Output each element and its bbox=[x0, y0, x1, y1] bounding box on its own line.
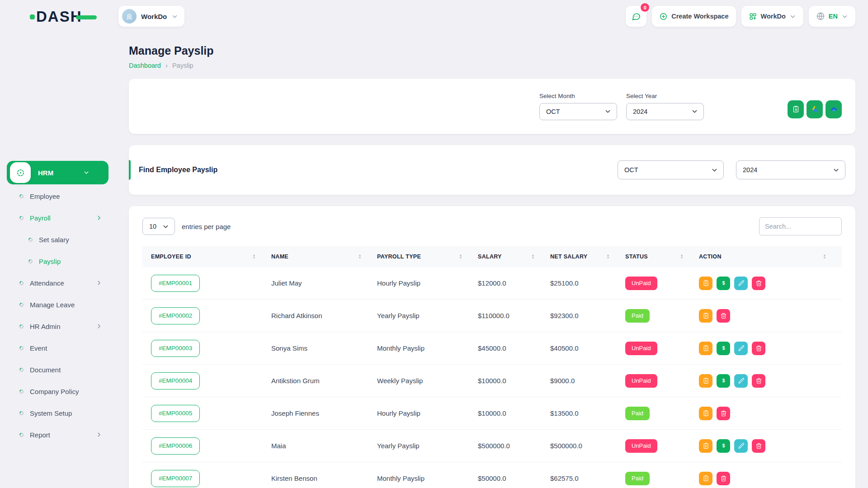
status-badge: Paid bbox=[625, 309, 650, 323]
sidebar-item-payroll[interactable]: Payroll bbox=[7, 207, 108, 229]
status-badge: UnPaid bbox=[625, 374, 657, 388]
employee-name-cell: Joseph Fiennes bbox=[271, 409, 377, 417]
clipboard-dollar-icon: $ bbox=[703, 345, 709, 352]
column-header-name[interactable]: NAME▲▼ bbox=[271, 253, 377, 260]
payslip-button[interactable]: $ bbox=[699, 439, 712, 453]
bullet-icon bbox=[19, 280, 24, 286]
payslip-button[interactable]: $ bbox=[699, 407, 712, 420]
topbar-right: 0 Create Workspace WorkDo EN bbox=[626, 6, 855, 27]
chevron-down-icon bbox=[841, 13, 848, 20]
pay-button[interactable]: $ bbox=[717, 439, 730, 453]
edit-button[interactable] bbox=[734, 277, 748, 290]
sidebar-item-employee[interactable]: Employee bbox=[7, 185, 108, 207]
row-actions: $$ bbox=[699, 277, 842, 290]
delete-button[interactable] bbox=[717, 407, 730, 420]
employee-id-badge[interactable]: #EMP00006 bbox=[151, 437, 200, 455]
clipboard-dollar-icon: $ bbox=[703, 280, 709, 286]
payslip-button[interactable]: $ bbox=[699, 472, 712, 485]
payslip-button[interactable]: $ bbox=[699, 309, 712, 323]
sidebar-item-company-policy[interactable]: Company Policy bbox=[7, 380, 108, 402]
month-select[interactable]: OCT bbox=[539, 103, 617, 120]
svg-text:$: $ bbox=[705, 282, 707, 285]
column-header-employee-id[interactable]: EMPLOYEE ID▲▼ bbox=[151, 253, 271, 260]
employee-name-cell: Maia bbox=[271, 442, 377, 450]
sidebar-item-document[interactable]: Document bbox=[7, 359, 108, 380]
workspace-switcher[interactable]: WorkDo bbox=[118, 6, 184, 27]
payroll-type-cell: Yearly Payslip bbox=[377, 312, 478, 319]
employee-name-cell: Sonya Sims bbox=[271, 344, 377, 352]
language-label: EN bbox=[829, 13, 838, 20]
onedrive-export-button[interactable] bbox=[826, 100, 842, 118]
breadcrumb-dashboard-link[interactable]: Dashboard bbox=[129, 62, 161, 69]
messages-button[interactable]: 0 bbox=[626, 6, 646, 27]
delete-button[interactable] bbox=[752, 277, 765, 290]
delete-button[interactable] bbox=[752, 439, 765, 453]
find-year-select[interactable]: 2024 bbox=[736, 160, 845, 179]
page-size-select[interactable]: 10 bbox=[142, 218, 175, 235]
payslip-button[interactable]: $ bbox=[699, 342, 712, 355]
sort-arrows-icon: ▲▼ bbox=[358, 254, 362, 259]
sidebar-item-label: Document bbox=[30, 366, 108, 374]
svg-text:$: $ bbox=[722, 281, 725, 286]
sidebar-item-attendance[interactable]: Attendance bbox=[7, 272, 108, 294]
column-header-status[interactable]: STATUS▲▼ bbox=[625, 253, 699, 260]
employee-name-cell: Kirsten Benson bbox=[271, 474, 377, 482]
bullet-icon bbox=[19, 345, 24, 351]
workspace-name: WorkDo bbox=[141, 13, 167, 20]
svg-text:$: $ bbox=[722, 378, 725, 383]
edit-button[interactable] bbox=[734, 439, 748, 453]
delete-button[interactable] bbox=[717, 309, 730, 323]
delete-button[interactable] bbox=[717, 472, 730, 485]
row-actions: $ bbox=[699, 472, 842, 485]
payroll-type-cell: Hourly Payslip bbox=[377, 409, 478, 417]
employee-id-badge[interactable]: #EMP00003 bbox=[151, 340, 200, 357]
column-header-salary[interactable]: SALARY▲▼ bbox=[478, 253, 550, 260]
sidebar-item-payslip[interactable]: Payslip bbox=[7, 250, 108, 272]
top-bar: DASH WorkDo 0 Create Workspace WorkDo bbox=[0, 0, 868, 33]
employee-id-badge[interactable]: #EMP00002 bbox=[151, 307, 200, 324]
status-badge: UnPaid bbox=[625, 439, 657, 453]
delete-button[interactable] bbox=[752, 342, 765, 355]
app-logo[interactable]: DASH bbox=[30, 9, 97, 24]
language-selector[interactable]: EN bbox=[809, 6, 855, 27]
sidebar-item-system-setup[interactable]: System Setup bbox=[7, 402, 108, 424]
google-drive-export-button[interactable] bbox=[807, 100, 823, 118]
edit-button[interactable] bbox=[734, 342, 748, 355]
payslip-table: EMPLOYEE ID▲▼NAME▲▼PAYROLL TYPE▲▼SALARY▲… bbox=[142, 246, 842, 488]
employee-id-badge[interactable]: #EMP00007 bbox=[151, 470, 200, 487]
employee-id-badge[interactable]: #EMP00005 bbox=[151, 405, 200, 422]
payslip-button[interactable]: $ bbox=[699, 374, 712, 388]
employee-id-badge[interactable]: #EMP00001 bbox=[151, 275, 200, 292]
grid-plus-icon bbox=[749, 12, 757, 21]
pay-button[interactable]: $ bbox=[717, 342, 730, 355]
bulk-payment-button[interactable]: $ bbox=[788, 100, 804, 118]
breadcrumb-current: Payslip bbox=[172, 62, 193, 69]
sidebar-item-report[interactable]: Report bbox=[7, 424, 108, 446]
sidebar-item-label: Manage Leave bbox=[30, 301, 108, 309]
year-select[interactable]: 2024 bbox=[626, 103, 704, 120]
edit-button[interactable] bbox=[734, 374, 748, 388]
column-header-payroll-type[interactable]: PAYROLL TYPE▲▼ bbox=[377, 253, 478, 260]
sidebar-item-hrm[interactable]: HRM bbox=[7, 161, 108, 184]
sidebar-item-hr-admin[interactable]: HR Admin bbox=[7, 315, 108, 337]
create-workspace-button[interactable]: Create Workspace bbox=[652, 6, 736, 27]
search-input[interactable] bbox=[759, 217, 842, 235]
column-header-net-salary[interactable]: NET SALARY▲▼ bbox=[550, 253, 625, 260]
pay-button[interactable]: $ bbox=[717, 374, 730, 388]
payslip-button[interactable]: $ bbox=[699, 277, 712, 290]
chevron-down-icon bbox=[83, 169, 90, 176]
find-month-select[interactable]: OCT bbox=[618, 160, 724, 179]
delete-button[interactable] bbox=[752, 374, 765, 388]
svg-text:$: $ bbox=[705, 380, 707, 382]
column-header-action[interactable]: ACTION▲▼ bbox=[699, 253, 842, 260]
row-actions: $ bbox=[699, 407, 842, 420]
pay-button[interactable]: $ bbox=[717, 277, 730, 290]
trash-icon bbox=[755, 280, 762, 286]
sidebar-item-event[interactable]: Event bbox=[7, 337, 108, 359]
salary-cell: $500000.0 bbox=[478, 442, 550, 450]
sidebar-item-set-salary[interactable]: Set salary bbox=[7, 229, 108, 250]
sidebar-item-manage-leave[interactable]: Manage Leave bbox=[7, 294, 108, 315]
chevron-down-icon bbox=[604, 108, 611, 115]
employee-id-badge[interactable]: #EMP00004 bbox=[151, 372, 200, 389]
app-menu-button[interactable]: WorkDo bbox=[741, 6, 803, 27]
